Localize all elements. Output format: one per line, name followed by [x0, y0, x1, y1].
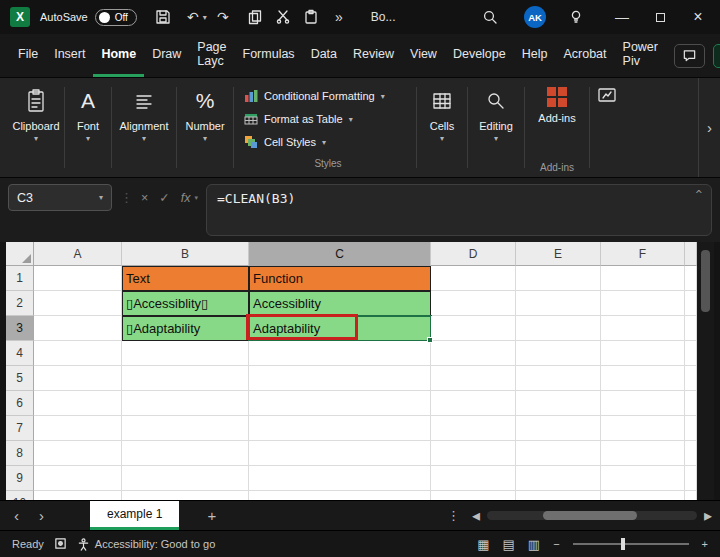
menu-tab-acrobat[interactable]: Acrobat	[555, 34, 614, 77]
cell-F3[interactable]	[601, 316, 685, 341]
confirm-entry-icon[interactable]: ✓	[159, 190, 169, 205]
normal-view-icon[interactable]: ▦	[477, 537, 489, 552]
cell-B2[interactable]: ▯Accessiblity▯	[122, 291, 249, 316]
format-as-table-button[interactable]: Format as Table ▾	[244, 107, 353, 130]
menu-tab-view[interactable]: View	[402, 34, 445, 77]
horizontal-scrollbar-track[interactable]	[487, 511, 697, 520]
cell-A4[interactable]	[34, 341, 122, 366]
accessibility-status[interactable]: Accessibility: Good to go	[77, 538, 215, 551]
alignment-group-button[interactable]: Alignment ▾	[112, 78, 176, 177]
cell-F5[interactable]	[601, 366, 685, 391]
column-header-E[interactable]: E	[516, 242, 601, 266]
cell-B3[interactable]: ▯Adaptability	[122, 316, 249, 341]
cell-E3[interactable]	[516, 316, 601, 341]
cell-A9[interactable]	[34, 466, 122, 491]
formula-input[interactable]: =CLEAN(B3) ^	[206, 184, 712, 236]
lightbulb-icon[interactable]	[566, 7, 586, 27]
scroll-right-icon[interactable]: ▸	[704, 506, 712, 525]
toolbar-overflow-icon[interactable]: »	[329, 7, 349, 27]
editing-group-button[interactable]: Editing ▾	[468, 78, 524, 177]
cell-B9[interactable]	[122, 466, 249, 491]
row-header-10[interactable]: 10	[6, 491, 34, 500]
cell-E8[interactable]	[516, 441, 601, 466]
cell-D3[interactable]	[431, 316, 516, 341]
save-icon[interactable]	[153, 7, 173, 27]
insert-function-icon[interactable]: fx	[181, 191, 191, 205]
cell-D2[interactable]	[431, 291, 516, 316]
close-button[interactable]: ×	[688, 7, 708, 27]
redo-icon[interactable]: ↷	[213, 7, 233, 27]
minimize-button[interactable]: —	[612, 7, 632, 27]
cell-A8[interactable]	[34, 441, 122, 466]
cell-D1[interactable]	[431, 266, 516, 291]
prev-sheet-icon[interactable]: ‹	[14, 507, 19, 524]
macro-record-icon[interactable]	[54, 537, 67, 552]
cell-C3[interactable]: Adaptability	[249, 316, 431, 341]
menu-tab-insert[interactable]: Insert	[46, 34, 93, 77]
addins-group-button[interactable]: Add-ins Add-ins	[525, 78, 589, 177]
row-header-2[interactable]: 2	[6, 291, 34, 316]
menu-tab-page-layc[interactable]: Page Layc	[189, 34, 234, 77]
column-header-B[interactable]: B	[122, 242, 249, 266]
paste-icon[interactable]	[301, 7, 321, 27]
column-header-D[interactable]: D	[431, 242, 516, 266]
cell-C2[interactable]: Accessiblity	[249, 291, 431, 316]
menu-tab-draw[interactable]: Draw	[144, 34, 189, 77]
cell-E6[interactable]	[516, 391, 601, 416]
ribbon-expand-chevron-icon[interactable]: ›	[698, 78, 720, 177]
next-sheet-icon[interactable]: ›	[39, 507, 44, 524]
collapse-formula-bar-icon[interactable]: ^	[695, 188, 702, 201]
cell-B5[interactable]	[122, 366, 249, 391]
cell-D5[interactable]	[431, 366, 516, 391]
conditional-formatting-button[interactable]: Conditional Formatting ▾	[244, 84, 385, 107]
cell-F8[interactable]	[601, 441, 685, 466]
undo-icon[interactable]: ↶	[183, 7, 203, 27]
cell-C10[interactable]	[249, 491, 431, 500]
cells-group-button[interactable]: Cells ▾	[417, 78, 467, 177]
cell-styles-button[interactable]: Cell Styles ▾	[244, 130, 326, 153]
cell-E5[interactable]	[516, 366, 601, 391]
row-header-6[interactable]: 6	[6, 391, 34, 416]
cell-D4[interactable]	[431, 341, 516, 366]
cell-A3[interactable]	[34, 316, 122, 341]
row-header-5[interactable]: 5	[6, 366, 34, 391]
cell-C1[interactable]: Function	[249, 266, 431, 291]
cell-E7[interactable]	[516, 416, 601, 441]
zoom-slider-thumb[interactable]	[621, 538, 625, 550]
cell-C5[interactable]	[249, 366, 431, 391]
row-header-8[interactable]: 8	[6, 441, 34, 466]
cell-B10[interactable]	[122, 491, 249, 500]
cell-F4[interactable]	[601, 341, 685, 366]
undo-caret-icon[interactable]: ▾	[203, 13, 213, 22]
cell-B6[interactable]	[122, 391, 249, 416]
cell-B8[interactable]	[122, 441, 249, 466]
menu-tab-data[interactable]: Data	[303, 34, 345, 77]
maximize-button[interactable]	[650, 7, 670, 27]
cell-C6[interactable]	[249, 391, 431, 416]
cell-F9[interactable]	[601, 466, 685, 491]
row-header-3[interactable]: 3	[6, 316, 34, 341]
font-group-button[interactable]: A Font ▾	[65, 78, 111, 177]
menu-tab-home[interactable]: Home	[93, 34, 144, 77]
row-header-1[interactable]: 1	[6, 266, 34, 291]
cell-D6[interactable]	[431, 391, 516, 416]
cell-E9[interactable]	[516, 466, 601, 491]
cell-A6[interactable]	[34, 391, 122, 416]
page-layout-view-icon[interactable]: ▤	[503, 537, 515, 552]
cell-A5[interactable]	[34, 366, 122, 391]
zoom-in-icon[interactable]: +	[702, 538, 708, 550]
cell-D10[interactable]	[431, 491, 516, 500]
cancel-entry-icon[interactable]: ×	[141, 191, 148, 205]
cell-B4[interactable]	[122, 341, 249, 366]
menu-tab-formulas[interactable]: Formulas	[235, 34, 303, 77]
zoom-out-icon[interactable]: −	[553, 538, 559, 550]
cell-D9[interactable]	[431, 466, 516, 491]
cell-B7[interactable]	[122, 416, 249, 441]
column-header-C[interactable]: C	[249, 242, 431, 266]
zoom-slider[interactable]	[573, 543, 689, 545]
menu-tab-develope[interactable]: Develope	[445, 34, 514, 77]
cell-B1[interactable]: Text	[122, 266, 249, 291]
cell-A7[interactable]	[34, 416, 122, 441]
vertical-scrollbar[interactable]	[697, 242, 714, 500]
cell-C9[interactable]	[249, 466, 431, 491]
